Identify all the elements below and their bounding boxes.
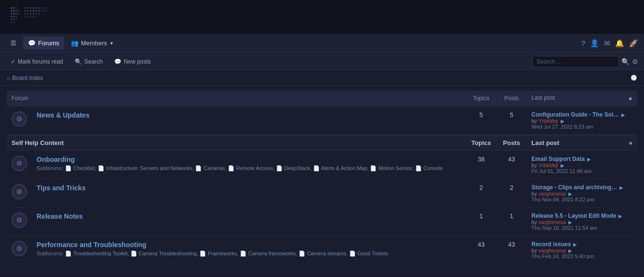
svg-rect-42: [24, 16, 26, 17]
notifications-icon[interactable]: 🔔: [615, 39, 624, 48]
forum-icon-cell: [7, 236, 32, 264]
last-post-title-link[interactable]: Storage - Clips and archiving…: [531, 184, 617, 191]
posts-count: 2: [497, 179, 527, 208]
goto-arrow-icon: ▶: [619, 185, 623, 190]
svg-rect-17: [11, 22, 12, 23]
subforum-link[interactable]: 📄 Troubleshooting Toolkit: [65, 251, 127, 256]
last-post-title-link[interactable]: Release 5.5 - Layout Edit Mode: [531, 212, 616, 219]
goto-arrow-icon: ▶: [587, 157, 591, 162]
forums-nav-button[interactable]: 💬 Forums: [23, 37, 64, 50]
svg-rect-46: [36, 16, 37, 17]
table-row: Release Notes 1 1 Release 5.5 - Layout E…: [7, 208, 637, 236]
subforum-link[interactable]: 📄 Remote Access: [228, 165, 273, 171]
table-row: Performance and Troubleshooting Subforum…: [7, 236, 637, 264]
last-post-date: Thu Feb 24, 2022 5:40 pm: [531, 253, 632, 259]
subforum-link[interactable]: 📄 Alerts & Action Map: [313, 165, 367, 171]
subforum-link[interactable]: 📄 Checklist: [65, 165, 95, 171]
forum-circle-dot: [17, 189, 22, 194]
svg-rect-4: [13, 10, 14, 12]
last-post-col-header: Last post ●: [526, 91, 637, 106]
svg-rect-31: [33, 10, 34, 12]
forum-icon-circle: [12, 212, 27, 228]
hamburger-menu-button[interactable]: ☰: [6, 37, 21, 50]
topics-count: 38: [466, 151, 497, 179]
nav-bar: ☰ 💬 Forums 👥 Members ▼ ? 👤 ✉ 🔔 🚀: [0, 34, 644, 53]
forum-circle-dot: [17, 246, 22, 251]
svg-rect-20: [27, 7, 28, 9]
new-posts-button[interactable]: 💬 New posts: [109, 56, 156, 67]
members-icon: 👥: [71, 40, 79, 47]
last-post-title-link[interactable]: Configuration Guide - The Sol…: [531, 111, 619, 118]
header-dot-icon: ●: [629, 94, 632, 102]
subforum-link[interactable]: 📄 Camera streams: [299, 251, 346, 256]
last-post-user: varghesesa: [539, 191, 566, 197]
subforum-link[interactable]: 📄 DeepStack: [276, 165, 310, 171]
search-icon: 🔍: [75, 58, 82, 65]
search-submit-icon[interactable]: 🔍: [621, 58, 630, 66]
posts-count: 1: [497, 208, 527, 236]
site-logo: [10, 6, 106, 28]
messages-icon[interactable]: ✉: [604, 39, 610, 48]
subforum-link[interactable]: 📄 Good Tickets: [349, 251, 388, 256]
members-nav-button[interactable]: 👥 Members ▼: [66, 37, 118, 50]
subforum-link[interactable]: 📄 Console: [415, 165, 443, 171]
forum-title-link[interactable]: Release Notes: [37, 212, 83, 220]
subforum-link[interactable]: 📄 Camera frameworks: [240, 251, 296, 256]
board-index-link[interactable]: Board index: [12, 75, 43, 81]
mark-forums-read-button[interactable]: ✓ Mark forums read: [6, 56, 68, 67]
goto-arrow-icon: ▶: [573, 242, 577, 247]
svg-rect-12: [13, 16, 14, 17]
register-icon[interactable]: 🚀: [629, 39, 638, 48]
forum-icon-circle: [12, 111, 27, 127]
faq-icon[interactable]: ?: [581, 39, 585, 47]
subforum-link[interactable]: 📄 Cameras: [195, 165, 225, 171]
subforum-link[interactable]: 📄 Camera Troubleshooting: [131, 251, 197, 256]
forum-title-link[interactable]: Onboarding: [37, 156, 75, 163]
svg-rect-15: [13, 19, 14, 20]
last-post-cell: Release 5.5 - Layout Edit Mode ▶ by varg…: [526, 208, 637, 236]
search-label: Search: [84, 58, 103, 65]
last-post-title-link[interactable]: Email Support Data: [531, 156, 585, 162]
svg-rect-35: [44, 10, 46, 12]
forum-info-cell: News & Updates: [32, 106, 466, 135]
forums-nav-label: Forums: [38, 40, 59, 47]
search-input[interactable]: [532, 56, 619, 67]
new-posts-icon: 💬: [114, 58, 121, 65]
board-index-label: Board index: [12, 75, 43, 81]
forum-circle-dot: [17, 117, 22, 121]
table-row: News & Updates 5 5 Configuration Guide -…: [7, 106, 637, 135]
new-posts-label: New posts: [124, 58, 151, 65]
svg-rect-27: [47, 7, 49, 9]
svg-rect-40: [36, 13, 37, 14]
table-header: Forum Topics Posts Last post ●: [7, 91, 637, 106]
mark-forums-read-label: Mark forums read: [18, 58, 63, 65]
forum-title-link[interactable]: Performance and Troubleshooting: [37, 241, 146, 249]
login-icon[interactable]: 👤: [590, 39, 599, 48]
svg-rect-28: [24, 10, 26, 12]
svg-rect-32: [36, 10, 37, 12]
subforum-link[interactable]: 📄 Motion Sensor: [370, 165, 412, 171]
group-dot-icon: ●: [629, 139, 632, 146]
group-topics-col: Topics: [466, 135, 497, 151]
svg-rect-11: [11, 16, 12, 17]
forum-title-link[interactable]: Tips and Tricks: [37, 184, 86, 192]
home-icon: ⌂: [7, 75, 10, 81]
svg-rect-34: [41, 10, 43, 12]
subforum-link[interactable]: 📄 Infrastructure: Servers and Networks: [98, 165, 192, 171]
posts-count: 43: [497, 236, 527, 264]
advanced-search-icon[interactable]: ⚙: [632, 58, 638, 66]
last-post-by: by varghesesa ▶: [531, 191, 632, 197]
table-row: Tips and Tricks 2 2 Storage - Clips and …: [7, 179, 637, 208]
user-arrow-icon: ▶: [568, 248, 572, 253]
svg-rect-24: [39, 7, 40, 9]
svg-rect-26: [44, 7, 46, 9]
last-post-title-link[interactable]: Record issues: [531, 241, 571, 248]
nav-right: ? 👤 ✉ 🔔 🚀: [581, 39, 638, 48]
forum-title-link[interactable]: News & Updates: [37, 111, 90, 119]
subforum-link[interactable]: 📄 Frameworks: [199, 251, 237, 256]
search-button[interactable]: 🔍 Search: [70, 56, 107, 67]
user-arrow-icon: ▶: [561, 119, 565, 124]
group-header-label: Self Help Content: [7, 135, 466, 151]
svg-rect-39: [33, 13, 34, 14]
forum-icon-cell: [7, 106, 32, 135]
